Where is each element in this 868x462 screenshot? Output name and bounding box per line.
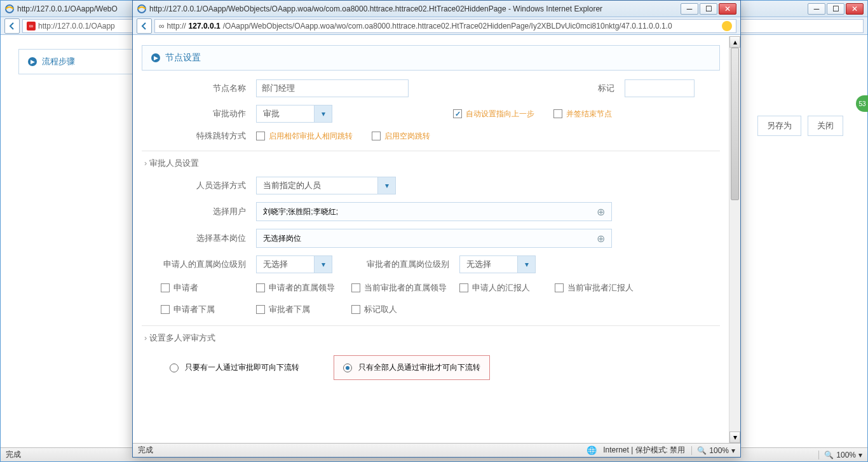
chevron-down-icon[interactable]: ▾ (517, 256, 535, 273)
row-select-mode: 人员选择方式 当前指定的人员 ▾ (142, 173, 720, 198)
special-jump-label: 特殊跳转方式 (142, 130, 256, 142)
chk-applicant-leader: 申请者的直属领导 (256, 277, 351, 299)
modal-url-field[interactable]: ∞ http://127.0.0.1/OAapp/WebObjects/OAap… (154, 19, 736, 33)
modal-address-bar: ∞ http://127.0.0.1/OAapp/WebObjects/OAap… (133, 17, 740, 35)
row-levels: 申请人的直属岗位级别 无选择 ▾ 审批者的直属岗位级别 无选择 ▾ (142, 252, 720, 277)
row-select-post: 选择基本岗位 无选择岗位 ⊕ (142, 225, 720, 252)
close-button[interactable]: ✕ (846, 3, 864, 15)
modal-window: http://127.0.0.1/OAapp/WebObjects/OAapp.… (132, 0, 741, 458)
modal-titlebar: http://127.0.0.1/OAapp/WebObjects/OAapp.… (133, 1, 740, 17)
modal-content: ▶ 节点设置 节点名称 标记 审批动作 审批 ▾ 自动设置指向上一步 (133, 36, 740, 443)
bg-zoom[interactable]: 🔍 100% ▾ (818, 451, 862, 459)
add-user-icon[interactable]: ⊕ (597, 206, 605, 218)
modal-back-button[interactable] (137, 18, 152, 34)
chevron-down-icon[interactable]: ▾ (314, 256, 332, 273)
site-icon: ∞ (159, 22, 165, 31)
modal-minimize-button[interactable]: ─ (681, 3, 698, 15)
row-node-name: 节点名称 标记 (142, 76, 720, 101)
select-user-value: 刘晓宇;张胜阳;李晓红; (263, 207, 338, 217)
scroll-track[interactable] (729, 48, 740, 431)
bg-status-done: 完成 (6, 449, 21, 460)
select-mode-combo[interactable]: 当前指定的人员 ▾ (256, 177, 396, 194)
radio-group-multi: 只要有一人通过审批即可向下流转 只有全部人员通过审批才可向下流转 (142, 348, 720, 388)
approval-action-combo[interactable]: 审批 ▾ (256, 105, 332, 123)
node-name-label: 节点名称 (142, 83, 256, 94)
maximize-button[interactable]: ☐ (827, 3, 844, 15)
select-user-input[interactable]: 刘晓宇;张胜阳;李晓红; ⊕ (256, 202, 612, 221)
applicant-level-combo[interactable]: 无选择 ▾ (256, 255, 332, 273)
radio-all-label: 只有全部人员通过审批才可向下流转 (358, 362, 480, 373)
chk-applicant-sub: 申请者下属 (161, 299, 256, 320)
modal-status-net: Internet | 保护模式: 禁用 (603, 445, 685, 456)
section-approver-header: 审批人员设置 (142, 151, 720, 173)
cosign-checkbox[interactable] (553, 109, 562, 118)
radio-icon (343, 363, 352, 372)
save-as-button[interactable]: 另存为 (757, 116, 801, 136)
chk-current-leader: 当前审批者的直属领导 (351, 277, 459, 299)
cosign-label: 并签结束节点 (566, 109, 612, 119)
chevron-down-icon[interactable]: ▾ (314, 105, 332, 122)
section-multi-header: 设置多人评审方式 (142, 325, 720, 348)
bg-win-controls: ─ ☐ ✕ (808, 3, 864, 15)
scroll-down-button[interactable]: ▾ (729, 431, 740, 443)
neighbor-jump-label: 启用相邻审批人相同跳转 (269, 131, 353, 142)
scroll-thumb[interactable] (731, 48, 739, 200)
approver-level-value: 无选择 (460, 256, 517, 273)
bg-action-buttons: 另存为 关闭 (757, 116, 843, 136)
ie-icon (137, 4, 147, 14)
select-post-input[interactable]: 无选择岗位 ⊕ (256, 229, 612, 248)
checkbox[interactable] (256, 283, 265, 292)
modal-status-done: 完成 (138, 445, 153, 456)
url-prefix: http:// (167, 22, 186, 31)
approval-action-label: 审批动作 (142, 108, 256, 119)
section-node-header[interactable]: ▶ 节点设置 (142, 45, 720, 71)
checkbox[interactable] (161, 305, 170, 314)
url-host: 127.0.0.1 (189, 22, 220, 31)
checkbox[interactable] (351, 305, 360, 314)
chk-applicant-reporter: 申请人的汇报人 (459, 277, 555, 299)
notification-badge[interactable]: 53 (856, 95, 868, 112)
svg-point-1 (138, 5, 146, 13)
radio-any-one[interactable]: 只要有一人通过审批即可向下流转 (161, 355, 308, 380)
applicant-level-label: 申请人的直属岗位级别 (142, 259, 256, 270)
scroll-up-button[interactable]: ▴ (729, 36, 740, 48)
approver-level-combo[interactable]: 无选择 ▾ (459, 255, 536, 273)
select-post-value: 无选择岗位 (263, 233, 301, 244)
favorite-icon[interactable] (722, 21, 732, 31)
vertical-scrollbar[interactable]: ▴ ▾ (729, 36, 740, 443)
auto-prev-checkbox[interactable] (453, 109, 462, 118)
empty-jump-label: 启用空岗跳转 (384, 131, 430, 142)
radio-all[interactable]: 只有全部人员通过审批才可向下流转 (334, 355, 490, 380)
chk-applicant: 申请者 (161, 277, 256, 299)
modal-maximize-button[interactable]: ☐ (700, 3, 717, 15)
checkbox[interactable] (555, 283, 564, 292)
modal-title: http://127.0.0.1/OAapp/WebObjects/OAapp.… (149, 4, 681, 13)
close-page-button[interactable]: 关闭 (808, 116, 843, 136)
left-panel-header[interactable]: ▶ 流程步骤 (19, 50, 132, 74)
row-special-jump: 特殊跳转方式 启用相邻审批人相同跳转 启用空岗跳转 (142, 126, 720, 146)
globe-icon: 🌐 (587, 445, 597, 455)
site-icon: ∞ (27, 22, 36, 31)
empty-jump-checkbox[interactable] (372, 132, 381, 140)
modal-zoom[interactable]: 🔍 100% ▾ (691, 446, 735, 455)
chk-current-reporter: 当前审批者汇报人 (555, 277, 650, 299)
radio-icon (170, 363, 179, 372)
left-panel: ▶ 流程步骤 (18, 49, 133, 74)
minimize-button[interactable]: ─ (808, 3, 825, 15)
neighbor-jump-checkbox[interactable] (256, 132, 265, 140)
node-name-input[interactable] (256, 79, 409, 97)
checkbox[interactable] (161, 283, 170, 292)
mark-input[interactable] (625, 79, 695, 97)
ie-icon (4, 4, 15, 14)
mark-label: 标记 (409, 83, 625, 94)
checkbox[interactable] (256, 305, 265, 314)
chk-mark-person: 标记取人 (351, 299, 447, 320)
chevron-down-icon[interactable]: ▾ (377, 177, 395, 194)
modal-status-bar: 完成 🌐 Internet | 保护模式: 禁用 🔍 100% ▾ (133, 443, 740, 457)
left-panel-title: 流程步骤 (42, 56, 75, 67)
checkbox[interactable] (351, 283, 360, 292)
modal-close-button[interactable]: ✕ (719, 3, 736, 15)
add-post-icon[interactable]: ⊕ (597, 233, 605, 245)
checkbox[interactable] (459, 283, 468, 292)
back-button[interactable] (4, 18, 20, 34)
